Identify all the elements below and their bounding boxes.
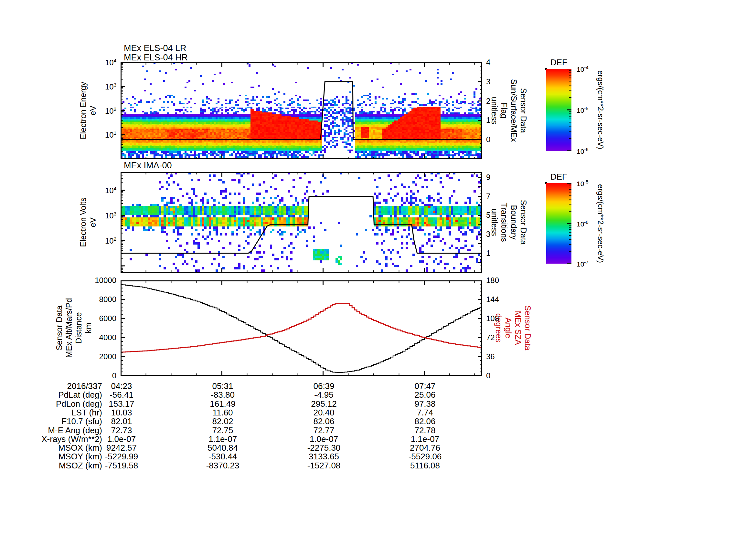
els-y-tick-label: 103: [90, 82, 116, 91]
els-y-tick-label: 102: [90, 106, 116, 115]
orbit-right-tick-label: 36: [486, 352, 495, 361]
table-cell-value: -7519.58: [83, 461, 160, 471]
els-y-axis-label-line: Electron Energy: [78, 82, 88, 139]
colorbar2-title: DEF: [545, 172, 572, 182]
els-spectrogram-canvas: [121, 62, 482, 159]
orbit-right-tick-label: 144: [486, 295, 499, 304]
plot-page: MEx ELS-04 LR MEx ELS-04 HR Electron Ene…: [0, 0, 756, 534]
orbit-right-tick-label: 180: [486, 276, 499, 285]
els-right-axis-label-line: unitless: [490, 79, 500, 142]
table-cell-value: -8370.23: [184, 461, 261, 471]
orbit-right-axis-label-line: Angle: [503, 306, 513, 350]
orbit-left-tick-label: 0: [80, 371, 116, 380]
colorbar-tick-label: 10-7: [577, 259, 589, 268]
els-right-axis-label-line: Sun/Surface/MEx: [509, 79, 519, 142]
colorbar2-unit-label: ergs/(cm**2-sr-sec-eV): [596, 184, 606, 263]
colorbar2: [545, 182, 547, 184]
table-cell-value: -1527.08: [285, 461, 363, 471]
els-right-tick-label: 1: [486, 116, 490, 125]
els-right-tick-label: 0: [486, 135, 490, 144]
ima-y-axis-label-line: Electron Volts: [78, 198, 88, 247]
table-cell-value: 5116.08: [386, 461, 464, 471]
els-right-tick-label: 3: [486, 77, 490, 86]
ima-y-tick-label: 104: [90, 186, 116, 195]
els-y-tick-label: 101: [90, 130, 116, 140]
orbit-line-chart-canvas: [121, 280, 482, 376]
colorbar2-gradient: [546, 183, 571, 264]
ima-right-tick-label: 9: [486, 173, 490, 182]
ima-y-tick-label: 102: [90, 236, 116, 245]
colorbar1-title: DEF: [545, 58, 572, 67]
colorbar1: [545, 68, 547, 70]
orbit-right-axis-label: Sensor Data MEx SZA Angle degrees: [494, 306, 533, 350]
ima-right-axis-label-line: unitless: [490, 200, 500, 245]
ima-right-tick-label: 7: [486, 192, 490, 201]
ima-right-axis-label: Sensor Data Boundary Transitions unitles…: [490, 200, 528, 245]
colorbar1-gradient: [546, 69, 571, 151]
ima-right-tick-label: 5: [486, 211, 490, 220]
els-title-line2: MEx ELS-04 HR: [124, 53, 188, 63]
colorbar1-unit-label: ergs/(cm**2-sr-sec-eV): [596, 70, 606, 149]
els-right-tick-label: 4: [486, 58, 490, 67]
orbit-right-axis-label-line: MEx SZA: [513, 306, 523, 350]
colorbar-tick-label: 10-4: [577, 64, 589, 73]
orbit-left-tick-label: 6000: [80, 314, 116, 323]
orbit-right-tick-label: 0: [486, 371, 490, 380]
orbit-right-tick-label: 72: [486, 333, 495, 342]
ima-y-tick-label: 103: [90, 211, 116, 220]
orbit-right-axis-label-line: degrees: [494, 306, 503, 350]
orbit-left-tick-label: 10000: [80, 276, 116, 285]
ima-right-axis-label-line: Sensor Data: [519, 200, 528, 245]
ima-right-axis-label-line: Boundary: [509, 200, 519, 245]
els-y-tick-label: 104: [90, 58, 116, 67]
orbit-right-tick-label: 108: [486, 314, 499, 323]
orbit-left-axis-label-line: Distance: [74, 298, 83, 358]
orbit-left-axis-label: Sensor Data MEx Alt/Mars/Pd Distance km: [54, 298, 93, 358]
els-right-axis-label: Sensor Data Sun/Surface/MEx Flag unitles…: [490, 79, 528, 142]
colorbar-tick-label: 10-6: [577, 219, 589, 228]
els-right-tick-label: 2: [486, 97, 490, 106]
orbit-left-tick-label: 4000: [80, 333, 116, 342]
ima-right-tick-label: 3: [486, 230, 490, 239]
orbit-left-axis-label-line: Sensor Data: [54, 298, 64, 358]
ima-spectrogram-canvas: [121, 172, 482, 273]
orbit-left-tick-label: 8000: [80, 295, 116, 304]
colorbar-tick-label: 10-6: [577, 147, 589, 155]
orbit-left-axis-label-line: MEx Alt/Mars/Pd: [64, 298, 74, 358]
ima-title: MEx IMA-00: [124, 161, 172, 170]
orbit-left-axis-label-line: km: [83, 298, 93, 358]
colorbar-tick-label: 10-5: [577, 179, 589, 188]
els-right-axis-label-line: Flag: [500, 79, 509, 142]
colorbar-tick-label: 10-5: [577, 106, 589, 114]
orbit-right-axis-label-line: Sensor Data: [523, 306, 533, 350]
els-title-line1: MEx ELS-04 LR: [124, 43, 186, 53]
ima-right-axis-label-line: Transitions: [500, 200, 509, 245]
ima-right-tick-label: 1: [486, 249, 490, 258]
orbit-left-tick-label: 2000: [80, 352, 116, 361]
els-right-axis-label-line: Sensor Data: [519, 79, 528, 142]
